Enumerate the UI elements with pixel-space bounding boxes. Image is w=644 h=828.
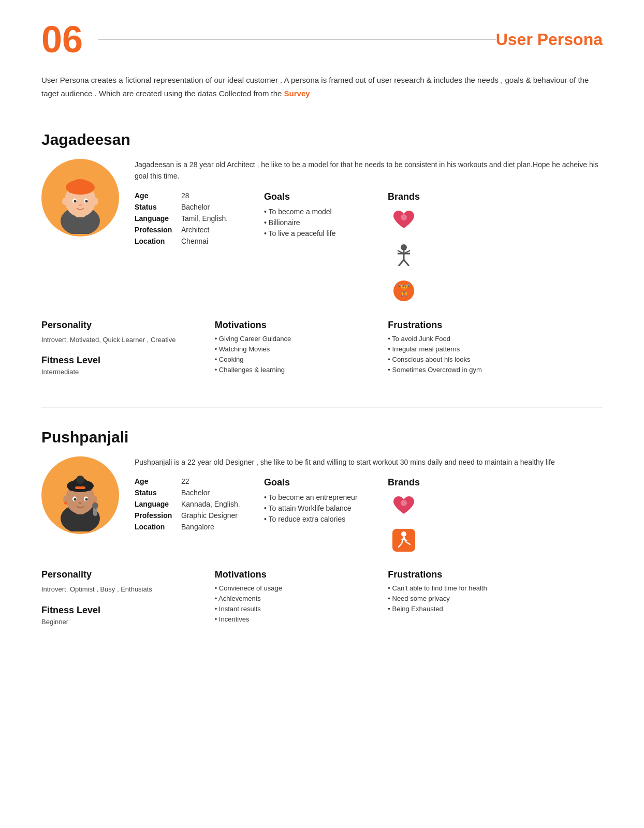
age-value-p: 22 [181,477,189,485]
motivation-item-p: Convienece of usage [215,584,378,592]
fitness-jagadeesan: Fitness Level Intermediate [41,355,204,376]
goal-item: To live a peaceful life [264,229,368,238]
persona-content-jagadeesan: Jagadeesan is a 28 year old Architect , … [135,159,603,304]
svg-point-15 [401,244,407,250]
goals-list-pushpanjali: To become an entrepreneur To attain Work… [264,493,368,523]
svg-point-37 [79,502,82,504]
svg-point-35 [74,498,77,500]
status-value-p: Bachelor [181,489,210,497]
brands-title-pushpanjali: Brands [388,477,420,488]
intro-link[interactable]: Survey [284,89,310,98]
age-value: 28 [181,191,189,200]
motivations-title: Motivations [215,320,378,331]
goal-item: To become a model [264,208,368,216]
brands-pushpanjali: Brands [383,477,425,554]
goals-title-jagadeesan: Goals [264,191,368,202]
personality-text-p: Introvert, Optimist , Busy , Enthusiats [41,584,204,595]
svg-point-13 [93,198,98,205]
brand-icon-runner [392,529,415,554]
svg-point-36 [85,498,88,500]
personality-fitness-pushpanjali: Personality Introvert, Optimist , Busy ,… [41,569,204,626]
svg-point-6 [71,179,90,189]
language-value: Tamil, English. [181,214,228,223]
profession-label: Profession [135,226,176,234]
frustrations-pushpanjali: Frustrations Can't able to find time for… [388,569,551,626]
motivation-item: Giving Career Guidance [215,335,378,343]
motivation-item: Challenges & learning [215,366,378,374]
svg-text:🏋: 🏋 [397,283,412,297]
brand-icon-heart [392,210,415,234]
page-header: 06 User Persona [41,21,603,58]
motivations-jagadeesan: Motivations Giving Career Guidance Watch… [215,320,378,376]
personality-fitness-jagadeesan: Personality Introvert, Motivated, Quick … [41,320,204,376]
page-title: User Persona [496,30,603,49]
svg-point-46 [401,531,406,537]
frustrations-title: Frustrations [388,320,551,331]
frustrations-jagadeesan: Frustrations To avoid Junk Food Irregula… [388,320,551,376]
persona-bio-jagadeesan: Jagadeesan is a 28 year old Architect , … [135,159,603,182]
info-table-jagadeesan: Age 28 Status Bachelor Language Tamil, E… [135,191,248,248]
svg-point-43 [92,502,98,509]
frustrations-list: To avoid Junk Food Irregular meal patter… [388,335,551,374]
frustration-item: Conscious about his looks [388,356,551,363]
info-goals-brands-jagadeesan: Age 28 Status Bachelor Language Tamil, E… [135,191,603,304]
svg-point-10 [85,200,88,203]
page-number: 06 [41,21,83,58]
profession-value: Architect [181,226,209,234]
svg-point-44 [401,500,407,506]
svg-point-11 [79,204,82,206]
info-profession-row-p: Profession Graphic Designer [135,511,248,520]
personality-title: Personality [41,320,204,331]
info-language-row: Language Tamil, English. [135,214,248,223]
location-value-p: Bangalore [181,523,214,531]
avatar-pushpanjali [41,456,124,534]
info-profession-row: Profession Architect [135,226,248,234]
motivation-item-p: Instant results [215,605,378,613]
motivations-title-p: Motivations [215,569,378,580]
info-location-row: Location Chennai [135,237,248,245]
status-value: Bachelor [181,203,210,211]
motivation-item: Watching Movies [215,345,378,353]
frustration-item-p: Can't able to find time for health [388,584,551,592]
profession-label-p: Profession [135,511,176,520]
persona-content-pushpanjali: Pushpanjali is a 22 year old Designer , … [135,456,603,554]
goals-jagadeesan: Goals To become a model Billionaire To l… [264,191,368,240]
info-status-row: Status Bachelor [135,203,248,211]
svg-rect-32 [75,486,85,489]
persona-name-pushpanjali: Pushpanjali [41,428,603,446]
persona-bio-pushpanjali: Pushpanjali is a 22 year old Designer , … [135,456,603,468]
intro-text: User Persona creates a fictional represe… [41,73,603,100]
status-label: Status [135,203,176,211]
spacer-jagadeesan [561,320,603,376]
persona-pushpanjali: Pushpanjali [41,428,603,626]
fitness-title: Fitness Level [41,355,204,366]
frustrations-list-p: Can't able to find time for health Need … [388,584,551,613]
svg-point-29 [76,476,84,484]
fitness-level-p: Beginner [41,618,204,626]
language-label: Language [135,214,176,223]
motivations-list-p: Convienece of usage Achievements Instant… [215,584,378,623]
persona-name-jagadeesan: Jagadeesan [41,131,603,149]
brands-title-jagadeesan: Brands [388,191,420,202]
goals-pushpanjali: Goals To become an entrepreneur To attai… [264,477,368,526]
goals-title-pushpanjali: Goals [264,477,368,488]
frustration-item: To avoid Junk Food [388,335,551,343]
persona-top-pushpanjali: Pushpanjali is a 22 year old Designer , … [41,456,603,554]
motivations-pushpanjali: Motivations Convienece of usage Achievem… [215,569,378,626]
frustration-item-p: Being Exhausted [388,605,551,613]
motivation-item-p: Achievements [215,595,378,602]
motivation-item-p: Incentives [215,615,378,623]
personality-title-p: Personality [41,569,204,580]
info-status-row-p: Status Bachelor [135,489,248,497]
header-divider [98,39,496,40]
info-location-row-p: Location Bangalore [135,523,248,531]
brands-jagadeesan: Brands [383,191,425,304]
profession-value-p: Graphic Designer [181,511,238,520]
frustration-item-p: Need some privacy [388,595,551,602]
age-label: Age [135,191,176,200]
avatar-jagadeesan [41,159,124,236]
svg-point-12 [62,198,67,205]
svg-line-18 [399,260,404,266]
fitness-title-p: Fitness Level [41,605,204,616]
motivations-list: Giving Career Guidance Watching Movies C… [215,335,378,374]
